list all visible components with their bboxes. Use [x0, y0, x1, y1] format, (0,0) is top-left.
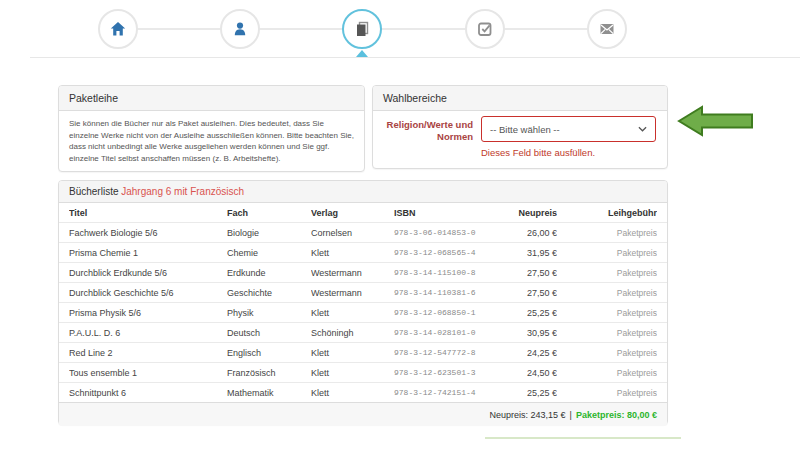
- table-row: P.A.U.L. D. 6 Deutsch Schöningh 978-3-14…: [59, 322, 667, 342]
- cell-fach: Geschichte: [227, 288, 311, 298]
- cell-neupreis: 25,25 €: [499, 388, 557, 398]
- user-icon: [231, 20, 249, 38]
- cell-titel: Schnittpunkt 6: [69, 388, 227, 398]
- cell-isbn: 978-3-14-028101-0: [394, 328, 499, 337]
- total-neupreis: Neupreis: 243,15 €: [490, 410, 566, 420]
- cell-titel: P.A.U.L. D. 6: [69, 328, 227, 338]
- cell-titel: Tous ensemble 1: [69, 368, 227, 378]
- table-row: Durchblick Geschichte 5/6 Geschichte Wes…: [59, 282, 667, 302]
- cell-titel: Prisma Chemie 1: [69, 248, 227, 258]
- table-footer: Neupreis: 243,15 € | Paketpreis: 80,00 €: [59, 402, 667, 426]
- step-books-active[interactable]: [342, 9, 382, 49]
- cell-verlag: Cornelsen: [311, 228, 394, 238]
- col-verlag: Verlag: [311, 208, 394, 218]
- col-isbn: ISBN: [394, 208, 499, 218]
- table-row: Prisma Chemie 1 Chemie Klett 978-3-12-06…: [59, 242, 667, 262]
- cell-neupreis: 24,25 €: [499, 348, 557, 358]
- cell-fach: Französisch: [227, 368, 311, 378]
- cell-leihgebuehr: Paketpreis: [557, 348, 657, 358]
- cell-verlag: Westermann: [311, 268, 394, 278]
- paketleihe-text: Sie können die Bücher nur als Paket ausl…: [59, 111, 364, 171]
- wahlbereich-label: Religion/Werte und Normen: [383, 119, 473, 143]
- cell-neupreis: 27,50 €: [499, 268, 557, 278]
- cell-leihgebuehr: Paketpreis: [557, 308, 657, 318]
- success-panel-edge: [485, 437, 681, 439]
- buecherliste-title: Bücherliste: [69, 186, 118, 197]
- wahlbereich-select[interactable]: -- Bitte wählen --: [481, 116, 656, 142]
- cell-titel: Red Line 2: [69, 348, 227, 358]
- cell-isbn: 978-3-12-623501-3: [394, 368, 499, 377]
- table-row: Tous ensemble 1 Französisch Klett 978-3-…: [59, 362, 667, 382]
- paketleihe-title: Paketleihe: [59, 86, 364, 111]
- step-mail[interactable]: [587, 9, 627, 49]
- col-fach: Fach: [227, 208, 311, 218]
- cell-leihgebuehr: Paketpreis: [557, 248, 657, 258]
- cell-titel: Prisma Physik 5/6: [69, 308, 227, 318]
- cell-neupreis: 30,95 €: [499, 328, 557, 338]
- cell-titel: Durchblick Geschichte 5/6: [69, 288, 227, 298]
- table-row: Fachwerk Biologie 5/6 Biologie Cornelsen…: [59, 222, 667, 242]
- cell-isbn: 978-3-14-110381-6: [394, 288, 499, 297]
- cell-fach: Englisch: [227, 348, 311, 358]
- table-body: Fachwerk Biologie 5/6 Biologie Cornelsen…: [59, 222, 667, 402]
- chevron-down-icon: [638, 126, 647, 132]
- cell-isbn: 978-3-06-014853-0: [394, 228, 499, 237]
- cell-verlag: Klett: [311, 348, 394, 358]
- cell-leihgebuehr: Paketpreis: [557, 228, 657, 238]
- step-user[interactable]: [220, 9, 260, 49]
- step-confirm[interactable]: [465, 9, 505, 49]
- cell-fach: Erdkunde: [227, 268, 311, 278]
- cell-leihgebuehr: Paketpreis: [557, 368, 657, 378]
- total-paketpreis: Paketpreis: 80,00 €: [576, 410, 657, 420]
- col-neupreis: Neupreis: [499, 208, 557, 218]
- cell-verlag: Schöningh: [311, 328, 394, 338]
- cell-neupreis: 26,00 €: [499, 228, 557, 238]
- table-row: Schnittpunkt 6 Mathematik Klett 978-3-12…: [59, 382, 667, 402]
- table-row: Prisma Physik 5/6 Physik Klett 978-3-12-…: [59, 302, 667, 322]
- cell-isbn: 978-3-12-742151-4: [394, 388, 499, 397]
- cell-verlag: Klett: [311, 308, 394, 318]
- cell-leihgebuehr: Paketpreis: [557, 288, 657, 298]
- select-value: -- Bitte wählen --: [490, 124, 638, 135]
- envelope-icon: [598, 20, 616, 38]
- cell-fach: Deutsch: [227, 328, 311, 338]
- cell-verlag: Klett: [311, 368, 394, 378]
- cell-neupreis: 27,50 €: [499, 288, 557, 298]
- cell-fach: Mathematik: [227, 388, 311, 398]
- attention-arrow-icon: [676, 102, 756, 140]
- home-icon: [109, 20, 127, 38]
- buecherliste-heading: Bücherliste Jahrgang 6 mit Französisch: [59, 181, 667, 203]
- cell-verlag: Klett: [311, 388, 394, 398]
- footer-separator: |: [570, 410, 572, 420]
- cell-leihgebuehr: Paketpreis: [557, 268, 657, 278]
- buecherliste-panel: Bücherliste Jahrgang 6 mit Französisch T…: [58, 180, 668, 425]
- cell-isbn: 978-3-12-068565-4: [394, 248, 499, 257]
- book-icon: [353, 20, 371, 38]
- cell-neupreis: 24,50 €: [499, 368, 557, 378]
- book-table: Titel Fach Verlag ISBN Neupreis Leihgebü…: [59, 203, 667, 402]
- paketleihe-panel: Paketleihe Sie können die Bücher nur als…: [58, 85, 365, 172]
- cell-titel: Fachwerk Biologie 5/6: [69, 228, 227, 238]
- cell-neupreis: 25,25 €: [499, 308, 557, 318]
- cell-fach: Biologie: [227, 228, 311, 238]
- cell-fach: Chemie: [227, 248, 311, 258]
- cell-isbn: 978-3-12-547772-8: [394, 348, 499, 357]
- stepper-divider: [30, 57, 800, 58]
- cell-leihgebuehr: Paketpreis: [557, 388, 657, 398]
- buecherliste-subtitle: Jahrgang 6 mit Französisch: [121, 186, 244, 197]
- cell-isbn: 978-3-12-068850-1: [394, 308, 499, 317]
- cell-verlag: Klett: [311, 248, 394, 258]
- cell-fach: Physik: [227, 308, 311, 318]
- validation-error: Dieses Feld bitte ausfüllen.: [481, 147, 595, 158]
- wahlbereiche-panel: Wahlbereiche Religion/Werte und Normen -…: [372, 85, 668, 169]
- col-titel: Titel: [69, 208, 227, 218]
- col-leihgebuehr: Leihgebühr: [557, 208, 657, 218]
- active-step-pointer: [356, 50, 368, 57]
- table-row: Red Line 2 Englisch Klett 978-3-12-54777…: [59, 342, 667, 362]
- cell-titel: Durchblick Erdkunde 5/6: [69, 268, 227, 278]
- table-row: Durchblick Erdkunde 5/6 Erdkunde Westerm…: [59, 262, 667, 282]
- cell-leihgebuehr: Paketpreis: [557, 328, 657, 338]
- page: Paketleihe Sie können die Bücher nur als…: [0, 0, 800, 452]
- step-home[interactable]: [98, 9, 138, 49]
- check-square-icon: [476, 20, 494, 38]
